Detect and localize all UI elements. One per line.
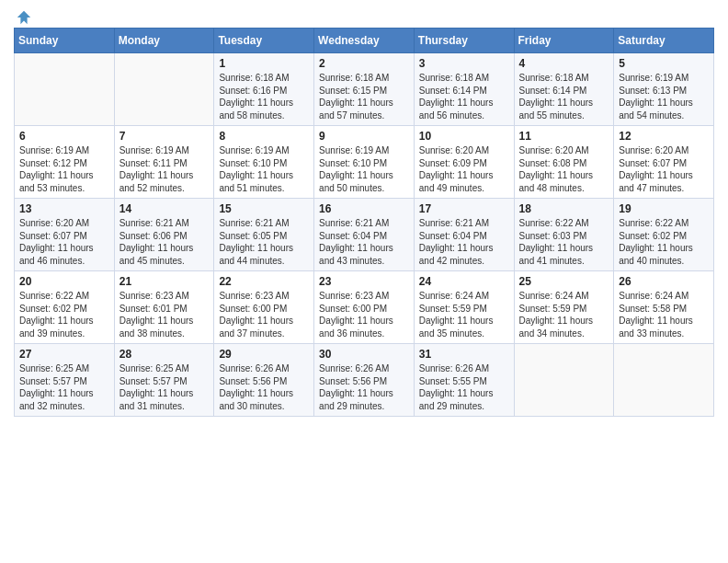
- day-info: Sunrise: 6:22 AM Sunset: 6:03 PM Dayligh…: [519, 217, 609, 267]
- day-number: 12: [619, 130, 709, 143]
- day-info: Sunrise: 6:26 AM Sunset: 5:56 PM Dayligh…: [319, 362, 409, 412]
- day-info: Sunrise: 6:18 AM Sunset: 6:16 PM Dayligh…: [219, 72, 309, 121]
- day-info: Sunrise: 6:21 AM Sunset: 6:05 PM Dayligh…: [219, 217, 309, 267]
- svg-marker-0: [17, 11, 30, 24]
- day-number: 4: [519, 57, 609, 70]
- day-info: Sunrise: 6:26 AM Sunset: 5:56 PM Dayligh…: [219, 362, 309, 412]
- calendar-cell: 11Sunrise: 6:20 AM Sunset: 6:08 PM Dayli…: [514, 126, 614, 199]
- column-header-friday: Friday: [514, 29, 614, 53]
- calendar-week-1: 1Sunrise: 6:18 AM Sunset: 6:16 PM Daylig…: [15, 53, 714, 126]
- column-header-thursday: Thursday: [414, 29, 514, 53]
- calendar-header-row: SundayMondayTuesdayWednesdayThursdayFrid…: [15, 29, 714, 53]
- day-number: 16: [319, 202, 409, 215]
- day-info: Sunrise: 6:25 AM Sunset: 5:57 PM Dayligh…: [119, 362, 210, 412]
- day-info: Sunrise: 6:23 AM Sunset: 6:00 PM Dayligh…: [219, 290, 309, 339]
- day-number: 3: [419, 57, 509, 70]
- day-info: Sunrise: 6:19 AM Sunset: 6:10 PM Dayligh…: [319, 144, 409, 194]
- day-info: Sunrise: 6:24 AM Sunset: 5:58 PM Dayligh…: [619, 290, 709, 339]
- day-info: Sunrise: 6:22 AM Sunset: 6:02 PM Dayligh…: [619, 217, 709, 267]
- day-number: 8: [219, 130, 309, 143]
- calendar-cell: 2Sunrise: 6:18 AM Sunset: 6:15 PM Daylig…: [314, 53, 415, 126]
- calendar-cell: 4Sunrise: 6:18 AM Sunset: 6:14 PM Daylig…: [514, 53, 614, 126]
- calendar-cell: 9Sunrise: 6:19 AM Sunset: 6:10 PM Daylig…: [314, 126, 415, 199]
- day-number: 31: [419, 348, 509, 361]
- column-header-wednesday: Wednesday: [314, 29, 415, 53]
- calendar-week-5: 27Sunrise: 6:25 AM Sunset: 5:57 PM Dayli…: [15, 344, 714, 417]
- day-info: Sunrise: 6:18 AM Sunset: 6:14 PM Dayligh…: [519, 72, 609, 121]
- day-number: 13: [19, 202, 109, 215]
- day-info: Sunrise: 6:24 AM Sunset: 5:59 PM Dayligh…: [519, 290, 609, 339]
- calendar-header: SundayMondayTuesdayWednesdayThursdayFrid…: [15, 29, 714, 53]
- day-info: Sunrise: 6:20 AM Sunset: 6:07 PM Dayligh…: [619, 144, 709, 194]
- day-number: 23: [319, 275, 409, 288]
- day-number: 7: [119, 130, 210, 143]
- day-number: 6: [19, 130, 109, 143]
- calendar-cell: 6Sunrise: 6:19 AM Sunset: 6:12 PM Daylig…: [15, 126, 115, 199]
- page-header: [14, 9, 714, 22]
- calendar-cell: [15, 53, 115, 126]
- calendar-cell: 28Sunrise: 6:25 AM Sunset: 5:57 PM Dayli…: [114, 344, 214, 417]
- column-header-monday: Monday: [114, 29, 214, 53]
- logo: [14, 9, 32, 22]
- calendar-cell: [514, 344, 614, 417]
- calendar-cell: 5Sunrise: 6:19 AM Sunset: 6:13 PM Daylig…: [614, 53, 714, 126]
- day-number: 24: [419, 275, 509, 288]
- day-number: 30: [319, 348, 409, 361]
- calendar-cell: 29Sunrise: 6:26 AM Sunset: 5:56 PM Dayli…: [214, 344, 314, 417]
- column-header-tuesday: Tuesday: [214, 29, 314, 53]
- calendar-cell: [614, 344, 714, 417]
- calendar-week-3: 13Sunrise: 6:20 AM Sunset: 6:07 PM Dayli…: [15, 199, 714, 271]
- day-number: 27: [19, 348, 109, 361]
- calendar-cell: 8Sunrise: 6:19 AM Sunset: 6:10 PM Daylig…: [214, 126, 314, 199]
- day-number: 19: [619, 202, 709, 215]
- calendar-cell: 26Sunrise: 6:24 AM Sunset: 5:58 PM Dayli…: [614, 271, 714, 344]
- day-number: 17: [419, 202, 509, 215]
- calendar-cell: [114, 53, 214, 126]
- calendar-week-2: 6Sunrise: 6:19 AM Sunset: 6:12 PM Daylig…: [15, 126, 714, 199]
- day-number: 26: [619, 275, 709, 288]
- day-number: 22: [219, 275, 309, 288]
- calendar-cell: 27Sunrise: 6:25 AM Sunset: 5:57 PM Dayli…: [15, 344, 115, 417]
- day-number: 9: [319, 130, 409, 143]
- day-info: Sunrise: 6:19 AM Sunset: 6:12 PM Dayligh…: [19, 144, 109, 194]
- day-info: Sunrise: 6:20 AM Sunset: 6:09 PM Dayligh…: [419, 144, 509, 194]
- day-number: 20: [19, 275, 109, 288]
- calendar-cell: 30Sunrise: 6:26 AM Sunset: 5:56 PM Dayli…: [314, 344, 415, 417]
- day-info: Sunrise: 6:22 AM Sunset: 6:02 PM Dayligh…: [19, 290, 109, 339]
- calendar-cell: 1Sunrise: 6:18 AM Sunset: 6:16 PM Daylig…: [214, 53, 314, 126]
- calendar-cell: 13Sunrise: 6:20 AM Sunset: 6:07 PM Dayli…: [15, 199, 115, 271]
- day-number: 11: [519, 130, 609, 143]
- calendar-cell: 25Sunrise: 6:24 AM Sunset: 5:59 PM Dayli…: [514, 271, 614, 344]
- calendar-cell: 19Sunrise: 6:22 AM Sunset: 6:02 PM Dayli…: [614, 199, 714, 271]
- day-info: Sunrise: 6:23 AM Sunset: 6:01 PM Dayligh…: [119, 290, 210, 339]
- day-number: 29: [219, 348, 309, 361]
- day-number: 2: [319, 57, 409, 70]
- day-info: Sunrise: 6:18 AM Sunset: 6:14 PM Dayligh…: [419, 72, 509, 121]
- calendar-cell: 12Sunrise: 6:20 AM Sunset: 6:07 PM Dayli…: [614, 126, 714, 199]
- day-number: 25: [519, 275, 609, 288]
- day-info: Sunrise: 6:21 AM Sunset: 6:06 PM Dayligh…: [119, 217, 210, 267]
- calendar-cell: 20Sunrise: 6:22 AM Sunset: 6:02 PM Dayli…: [15, 271, 115, 344]
- calendar-cell: 7Sunrise: 6:19 AM Sunset: 6:11 PM Daylig…: [114, 126, 214, 199]
- calendar-cell: 17Sunrise: 6:21 AM Sunset: 6:04 PM Dayli…: [414, 199, 514, 271]
- calendar-cell: 22Sunrise: 6:23 AM Sunset: 6:00 PM Dayli…: [214, 271, 314, 344]
- column-header-sunday: Sunday: [15, 29, 115, 53]
- day-info: Sunrise: 6:20 AM Sunset: 6:07 PM Dayligh…: [19, 217, 109, 267]
- calendar-cell: 21Sunrise: 6:23 AM Sunset: 6:01 PM Dayli…: [114, 271, 214, 344]
- calendar-cell: 18Sunrise: 6:22 AM Sunset: 6:03 PM Dayli…: [514, 199, 614, 271]
- column-header-saturday: Saturday: [614, 29, 714, 53]
- calendar-table: SundayMondayTuesdayWednesdayThursdayFrid…: [14, 28, 714, 417]
- calendar-cell: 24Sunrise: 6:24 AM Sunset: 5:59 PM Dayli…: [414, 271, 514, 344]
- day-info: Sunrise: 6:24 AM Sunset: 5:59 PM Dayligh…: [419, 290, 509, 339]
- day-info: Sunrise: 6:21 AM Sunset: 6:04 PM Dayligh…: [319, 217, 409, 267]
- day-number: 28: [119, 348, 210, 361]
- day-number: 1: [219, 57, 309, 70]
- calendar-cell: 3Sunrise: 6:18 AM Sunset: 6:14 PM Daylig…: [414, 53, 514, 126]
- calendar-cell: 16Sunrise: 6:21 AM Sunset: 6:04 PM Dayli…: [314, 199, 415, 271]
- day-info: Sunrise: 6:21 AM Sunset: 6:04 PM Dayligh…: [419, 217, 509, 267]
- day-number: 18: [519, 202, 609, 215]
- day-info: Sunrise: 6:19 AM Sunset: 6:13 PM Dayligh…: [619, 72, 709, 121]
- day-number: 5: [619, 57, 709, 70]
- day-info: Sunrise: 6:26 AM Sunset: 5:55 PM Dayligh…: [419, 362, 509, 412]
- calendar-cell: 15Sunrise: 6:21 AM Sunset: 6:05 PM Dayli…: [214, 199, 314, 271]
